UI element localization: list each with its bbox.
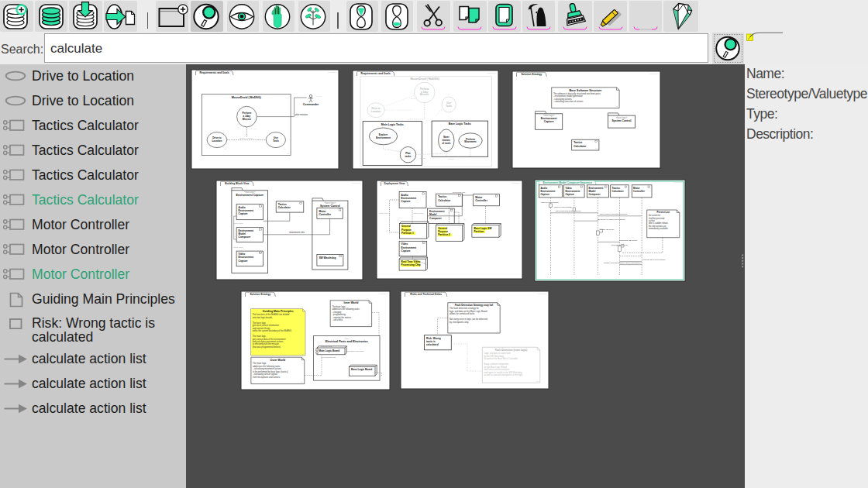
svg-text:- environment model generation: - environment model generation [553, 95, 583, 98]
svg-text:tbd: tbd [615, 105, 618, 107]
svg-text:Motor: Motor [319, 210, 326, 213]
svg-text:Low-D3000: Low-D3000 [538, 293, 547, 294]
svg-text:«include»: «include» [410, 98, 418, 99]
svg-text:on the Main Logic Board: on the Main Logic Board [484, 366, 508, 369]
svg-text:MouseDroid ( MoDSG): MouseDroid ( MoDSG) [410, 77, 439, 81]
svg-text:Environment Capture: Environment Capture [236, 194, 264, 197]
svg-text:calculate action list: calculate action list [611, 244, 628, 246]
svg-text:actual scene: actual scene [379, 212, 390, 214]
svg-text:movement info: movement info [289, 231, 305, 234]
svg-text:tbd: tbd [676, 235, 678, 236]
svg-text:3D scene of visible environmen: 3D scene of visible environment [598, 218, 625, 221]
svg-text:Mission: Mission [243, 118, 252, 121]
svg-text:Building Block View: Building Block View [225, 182, 249, 185]
svg-text:Logic and data is supervised: Logic and data is supervised [484, 352, 512, 355]
svg-text:Processing Chip: Processing Chip [401, 263, 421, 266]
svg-text:Main Board Connector: Main Board Connector [346, 350, 364, 352]
svg-text:create 3D scene: create 3D scene [600, 229, 615, 231]
svg-text:Location: Location [371, 110, 381, 113]
svg-text:- programming: - programming [332, 313, 346, 316]
svg-text:to efficiently fulfil the miss: to efficiently fulfil the mission [253, 342, 280, 345]
svg-text:(that was programmed before).: (that was programmed before). [253, 345, 281, 349]
svg-text:Composer: Composer [588, 193, 601, 196]
svg-text:Solution Strategy: Solution Strategy [250, 293, 270, 296]
svg-text:Capture: Capture [565, 193, 574, 196]
svg-text:Capture: Capture [401, 200, 411, 203]
svg-text:within the system boundary of: within the system boundary of the MoBSG. [253, 329, 292, 332]
svg-text:Requirements and Goals: Requirements and Goals [361, 72, 391, 75]
svg-text:Partition 1: Partition 1 [401, 232, 414, 235]
svg-text:The base logic: The base logic [253, 321, 267, 325]
svg-text:located on the Base Micro Cont: located on the Base Micro Controller. [484, 357, 518, 360]
svg-text:addresses the following tasks:: addresses the following tasks: [332, 308, 360, 311]
svg-text:Environment Model Composer Seq: Environment Model Composer Sequence [543, 181, 593, 184]
svg-text:Tactics: Tactics [574, 141, 582, 144]
svg-text:Lxx-D3: Lxx-D3 [316, 95, 321, 97]
svg-text:tasks: tasks [405, 155, 412, 158]
svg-text:as well as passed checkpoints: as well as passed checkpoints in the log… [484, 373, 524, 376]
svg-text:The main logic: The main logic [253, 362, 267, 365]
svg-text:Tools: Tools [446, 105, 452, 108]
svg-text:Calculator: Calculator [438, 199, 451, 202]
svg-text:tbd: tbd [496, 331, 498, 332]
svg-text:SW Watchdog: SW Watchdog [319, 256, 336, 259]
svg-text:step count of movement motors: step count of movement motors [600, 213, 628, 215]
svg-text:Base Logic Tasks: Base Logic Tasks [449, 122, 471, 125]
svg-text:Commander: Commander [303, 103, 319, 106]
svg-text:Inner World: Inner World [344, 301, 359, 304]
svg-text:Calculator: Calculator [612, 190, 625, 193]
svg-text:Movement: Movement [464, 140, 476, 143]
svg-text:tbd: tbd [301, 381, 303, 383]
svg-text:Location: Location [212, 139, 222, 143]
svg-text:Main Logic Board: Main Logic Board [319, 349, 340, 352]
svg-text:Solution Strategy: Solution Strategy [521, 73, 542, 76]
svg-text:Risks and Technical Debts: Risks and Technical Debts [410, 293, 442, 296]
svg-text:- self-check: - self-check [332, 318, 343, 321]
svg-text:by checkpoints only.: by checkpoints only. [450, 321, 469, 324]
svg-text:- steering the motors: - steering the motors [332, 316, 351, 319]
svg-text:Calculator: Calculator [574, 145, 587, 148]
svg-text:Base Logic Board: Base Logic Board [351, 368, 372, 371]
svg-text:shall check processed data: shall check processed data [484, 368, 510, 371]
svg-text:Persist List: Persist List [656, 211, 670, 214]
svg-text:of tools: of tools [442, 142, 450, 145]
svg-text:Capture: Capture [239, 212, 248, 215]
svg-text:Composer: Composer [239, 235, 252, 239]
svg-text:Motor: Motor [475, 196, 483, 199]
svg-text:Low-D3000: Low-D3000 [674, 181, 684, 183]
svg-text:Low-D3000: Low-D3000 [512, 182, 521, 184]
svg-text:tbd: tbd [536, 380, 539, 382]
svg-text:Capture: Capture [239, 259, 248, 263]
svg-text:tbd: tbd [301, 353, 304, 355]
svg-text:Tactics: Tactics [438, 195, 446, 198]
svg-text:- calculating movement actions: - calculating movement actions [253, 367, 282, 370]
svg-text:Capture: Capture [401, 249, 411, 253]
svg-text:Low-D3000: Low-D3000 [379, 293, 388, 294]
svg-text:Controller: Controller [633, 190, 646, 193]
svg-text:«include»: «include» [419, 157, 427, 159]
svg-text:Low-D3000: Low-D3000 [649, 73, 659, 74]
svg-text:allows for unnoticed faults:: allows for unnoticed faults: [450, 312, 475, 315]
svg-text:Requirements and Goals: Requirements and Goals [200, 71, 229, 74]
svg-text:actual scene: actual scene [233, 222, 244, 224]
svg-text:composed 3D scene: composed 3D scene [619, 239, 637, 242]
svg-text:- evaluating sensor signals: - evaluating sensor signals [253, 373, 277, 376]
svg-text:Base Software Structure: Base Software Structure [570, 89, 602, 92]
svg-text:analyze audio signal: analyze audio signal [541, 201, 559, 204]
svg-text:calculated: calculated [426, 343, 439, 346]
svg-text:gets local sensor information: gets local sensor information [253, 324, 280, 327]
svg-text:Low-D3000: Low-D3000 [487, 72, 497, 74]
svg-text:Outer World: Outer World [270, 359, 286, 362]
svg-text:«SoS»: «SoS» [344, 338, 350, 340]
svg-text:Calculator: Calculator [278, 206, 291, 209]
svg-text:list of detected audio sources: list of detected audio sources [556, 210, 581, 212]
svg-text:onto two logic boards.: onto two logic boards. [253, 316, 273, 319]
svg-text:immediately available.: immediately available. [649, 227, 669, 230]
svg-text:actual scene: actual scene [233, 246, 244, 248]
svg-text:System Control: System Control [611, 119, 631, 122]
svg-text:Electrical Parts and Electroni: Electrical Parts and Electronics [326, 340, 368, 343]
svg-text:«include»: «include» [448, 158, 456, 160]
svg-text:and report its health to the S: and report its health to the SW Watchdog [484, 371, 523, 374]
svg-text:tbd: tbd [225, 148, 227, 149]
svg-text:by the SW Watchdog: by the SW Watchdog [484, 355, 505, 358]
